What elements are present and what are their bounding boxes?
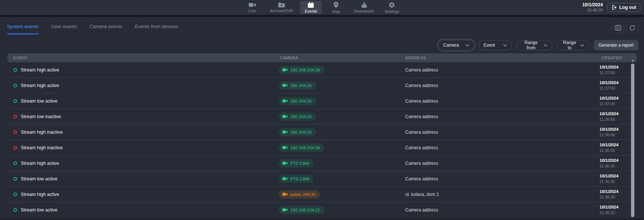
events-page: { "topbar": { "nav": [ {"label": "Live"}… xyxy=(0,0,644,220)
event-label: Stream low inactive xyxy=(21,114,61,119)
camera-name: 192.168.204.28 xyxy=(290,146,320,150)
camera-cell: PTZ CAM xyxy=(274,175,399,183)
nav-item-events[interactable]: Events xyxy=(300,1,322,14)
address-cell: Camera address xyxy=(399,207,593,213)
table-row[interactable]: Stream low inactive 256 204.26 Camera ad… xyxy=(7,109,637,124)
table-row[interactable]: Stream high active public 204.30 ul. kol… xyxy=(7,187,637,202)
column-header-created: CREATED xyxy=(593,56,637,60)
chevron-down-icon xyxy=(544,44,548,47)
camera-badge[interactable]: 192.168.204.22 xyxy=(279,206,324,214)
camera-name: 256 204.26 xyxy=(290,114,312,119)
event-label: Stream high active xyxy=(21,161,59,166)
camera-name: public 204.30 xyxy=(290,192,316,197)
tab-system-events[interactable]: System events xyxy=(7,24,39,34)
refresh-button[interactable] xyxy=(626,22,638,33)
camera-icon xyxy=(282,177,288,181)
address-cell: Camera address xyxy=(399,67,593,73)
refresh-icon xyxy=(629,24,635,31)
vertical-scrollbar xyxy=(631,59,634,217)
tab-camera-events[interactable]: Camera events xyxy=(90,24,122,34)
camera-cell: 256 204.26 xyxy=(274,128,399,136)
table-row[interactable]: Stream low active 256 204.26 Camera addr… xyxy=(7,93,637,109)
event-label: Stream high active xyxy=(21,192,59,197)
logout-button[interactable]: Log out xyxy=(607,3,640,12)
current-date: 10/1/2024 xyxy=(582,2,603,8)
camera-icon xyxy=(282,83,288,87)
camera-name: PTZ CAM xyxy=(290,161,309,166)
bottom-edge-strip xyxy=(0,218,644,220)
camera-badge[interactable]: public 204.30 xyxy=(279,190,320,199)
table-row[interactable]: Stream low active 192.168.204.22 Camera … xyxy=(7,202,637,218)
camera-cell: 192.168.204.22 xyxy=(274,206,399,214)
camera-badge[interactable]: 256 204.26 xyxy=(279,81,316,90)
camera-name: 192.168.204.28 xyxy=(290,68,320,72)
scrollbar-thumb[interactable] xyxy=(631,64,634,217)
camera-address: Camera address xyxy=(405,114,438,119)
scrollbar-up-arrow-icon[interactable] xyxy=(631,59,634,61)
event-status-icon xyxy=(13,115,17,119)
camera-icon xyxy=(282,130,288,134)
camera-name: PTZ CAM xyxy=(290,177,309,181)
map-pin-icon xyxy=(333,1,340,9)
address-cell: Camera address xyxy=(399,99,593,104)
nav-item-archive-dvr[interactable]: Archive/DVR xyxy=(267,1,297,14)
camera-address: Camera address xyxy=(405,130,438,135)
nav-item-settings[interactable]: Settings xyxy=(381,1,403,14)
created-cell: 10/1/2024 11:36:56 xyxy=(593,142,637,153)
chevron-down-icon xyxy=(503,44,507,47)
camera-address: Camera address xyxy=(405,145,438,150)
table-row[interactable]: Stream low active PTZ CAM Camera address… xyxy=(7,171,637,187)
nav-item-map[interactable]: Map xyxy=(326,1,347,14)
camera-cell: public 204.30 xyxy=(274,190,399,199)
camera-badge[interactable]: 192.168.204.28 xyxy=(279,66,324,74)
nav-item-live[interactable]: Live xyxy=(241,1,263,14)
table-row[interactable]: Stream high active 256 204.26 Camera add… xyxy=(7,78,637,93)
event-status-icon xyxy=(13,146,17,150)
camera-filter-dropdown[interactable]: Camera xyxy=(438,40,474,50)
address-cell: Camera address xyxy=(399,176,593,181)
event-filter-dropdown[interactable]: Event xyxy=(479,40,512,50)
range-from-dropdown[interactable]: Range from xyxy=(516,40,552,50)
filterbar: Camera Event Range from Range to Generat… xyxy=(0,39,644,53)
table-row[interactable]: Stream high inactive 192.168.204.28 Came… xyxy=(7,140,637,156)
events-calendar-icon xyxy=(307,1,315,8)
created-cell: 10/1/2024 11:36:35 xyxy=(593,173,637,184)
generate-report-button[interactable]: Generate a report xyxy=(594,40,638,50)
table-row[interactable]: Stream high active PTZ CAM Camera addres… xyxy=(7,156,637,171)
camera-icon xyxy=(282,161,288,165)
event-status-icon xyxy=(13,130,17,134)
camera-badge[interactable]: PTZ CAM xyxy=(279,175,313,183)
tab-user-events[interactable]: User events xyxy=(51,24,77,34)
table-row[interactable]: Stream high inactive 256 204.26 Camera a… xyxy=(7,124,637,140)
event-status-icon xyxy=(13,161,17,165)
table-row[interactable]: Stream high active 192.168.204.28 Camera… xyxy=(7,62,637,78)
downloads-icon xyxy=(360,1,368,8)
camera-cell: 256 204.26 xyxy=(274,81,399,90)
address-cell: Camera address xyxy=(399,83,593,88)
current-time: 15:46:39 xyxy=(582,8,603,13)
event-status-icon xyxy=(13,84,17,87)
tab-events-from-devices[interactable]: Events from devices xyxy=(135,24,178,34)
camera-badge[interactable]: PTZ CAM xyxy=(279,159,313,167)
camera-badge[interactable]: 256 204.26 xyxy=(279,128,316,136)
camera-icon xyxy=(282,68,288,72)
event-cell: Stream high active xyxy=(7,83,274,88)
nav-label: Downloads xyxy=(354,9,374,13)
camera-badge[interactable]: 256 204.26 xyxy=(279,97,316,105)
nav-label: Settings xyxy=(384,9,399,14)
camera-badge[interactable]: 192.168.204.28 xyxy=(279,144,324,152)
camera-icon xyxy=(282,208,288,212)
nav-label: Archive/DVR xyxy=(270,9,293,13)
camera-address: Camera address xyxy=(405,161,438,166)
nav-item-downloads[interactable]: Downloads xyxy=(351,1,377,14)
nav-label: Live xyxy=(248,9,256,13)
report-journal-button[interactable] xyxy=(612,22,624,33)
camera-address: Camera address xyxy=(405,67,438,73)
range-to-dropdown[interactable]: Range to xyxy=(557,40,589,50)
event-cell: Stream low active xyxy=(7,207,274,213)
created-cell: 10/1/2024 11:36:35 xyxy=(593,158,637,169)
event-status-icon xyxy=(13,208,17,212)
camera-badge[interactable]: 256 204.26 xyxy=(279,113,316,121)
camera-filter-label: Camera xyxy=(443,43,459,48)
events-table: EVENT CAMERA ADDRESS CREATED Stream high… xyxy=(7,53,637,218)
